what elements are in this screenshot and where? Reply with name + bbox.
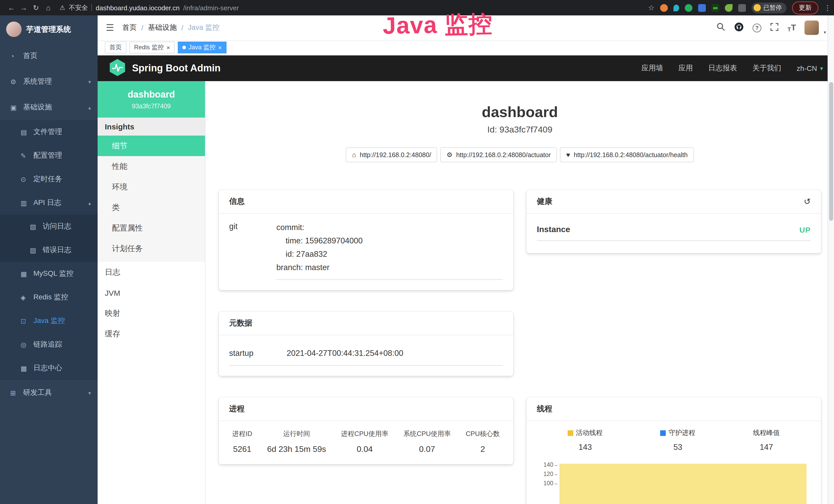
- browser-menu-icon[interactable]: ⋮: [824, 4, 829, 12]
- page-scrollbar[interactable]: [828, 16, 834, 504]
- tools-icon: ⊞: [10, 389, 21, 397]
- sba-item-classes[interactable]: 类: [97, 197, 205, 218]
- sidebar-item-mysql-monitor[interactable]: ▦ MySQL 监控: [0, 262, 97, 285]
- user-avatar[interactable]: [805, 21, 819, 35]
- sidebar-item-home[interactable]: ◔ 首页: [0, 43, 97, 69]
- extension-icon-4[interactable]: [698, 4, 706, 12]
- sba-nav-journal[interactable]: 日志报表: [708, 64, 737, 73]
- process-col-cores: CPU核心数 2: [466, 429, 500, 454]
- tab-java-monitor[interactable]: Java 监控 ×: [178, 42, 226, 53]
- sba-insights-section: Insights 细节 性能 环境 类 配置属性 计划任务: [97, 118, 205, 262]
- sba-language-select[interactable]: zh-CN ▾: [797, 64, 823, 72]
- tab-close-icon[interactable]: ×: [167, 44, 170, 51]
- help-icon[interactable]: ?: [752, 23, 761, 32]
- live-threads-area: [559, 464, 807, 504]
- sidebar-item-file-manage[interactable]: ▤ 文件管理: [0, 120, 97, 144]
- spring-boot-admin: Spring Boot Admin 应用墙 应用 日志报表 关于我们 zh-CN…: [97, 55, 834, 504]
- sidebar-item-label: 定时任务: [34, 175, 62, 184]
- sidebar-item-label: Java 监控: [34, 316, 65, 325]
- reload-button[interactable]: ↻: [30, 4, 42, 12]
- extension-icon-6[interactable]: [725, 4, 732, 12]
- breadcrumb-infrastructure[interactable]: 基础设施: [148, 23, 177, 32]
- avatar-caret-icon[interactable]: ▾: [824, 30, 826, 35]
- health-card: 健康 ↺ Instance UP: [527, 190, 821, 253]
- wrench-icon: ⚙: [447, 151, 453, 159]
- scrollbar-thumb[interactable]: [829, 82, 833, 221]
- sidebar-item-access-log[interactable]: ▧ 访问日志: [0, 215, 97, 238]
- service-url-link[interactable]: ⌂ http://192.168.0.2:48080/: [346, 147, 437, 162]
- fullscreen-icon[interactable]: [770, 22, 779, 33]
- tab-close-icon[interactable]: ×: [218, 44, 222, 51]
- tags-view-bar: 首页 Redis 监控 × Java 监控 ×: [97, 40, 834, 55]
- sidebar-item-label: 配置管理: [34, 151, 62, 160]
- sba-nav-about[interactable]: 关于我们: [752, 64, 781, 73]
- error-log-icon: ▨: [30, 246, 40, 254]
- extension-icon-7[interactable]: [738, 4, 746, 12]
- extension-icon-on[interactable]: on: [711, 4, 719, 12]
- url-domain: dashboard.yudao.iocoder.cn: [96, 4, 180, 12]
- forward-button[interactable]: →: [18, 4, 30, 12]
- gear-icon: ⚙: [10, 78, 21, 86]
- tab-label: Redis 监控: [134, 43, 164, 52]
- sba-item-mappings[interactable]: 映射: [97, 303, 205, 323]
- hamburger-button[interactable]: ☰: [106, 22, 114, 33]
- sba-item-caches[interactable]: 缓存: [97, 323, 205, 344]
- heart-icon: ♥: [566, 151, 570, 159]
- home-button[interactable]: ⌂: [42, 4, 54, 12]
- status-badge: UP: [799, 225, 811, 234]
- sidebar-item-label: 链路追踪: [34, 340, 62, 349]
- tab-redis-monitor[interactable]: Redis 监控 ×: [129, 42, 175, 53]
- metadata-card: 元数据 startup 2021-04-27T00:44:31.254+08:0…: [219, 312, 513, 376]
- extension-icon-2[interactable]: [674, 4, 679, 11]
- sba-brand-title[interactable]: Spring Boot Admin: [132, 63, 221, 74]
- sba-item-scheduled-tasks[interactable]: 计划任务: [97, 238, 205, 259]
- home-icon: ⌂: [352, 151, 356, 159]
- extension-icon-3[interactable]: [685, 4, 693, 12]
- tab-home[interactable]: 首页: [105, 42, 126, 53]
- sidebar-item-redis-monitor[interactable]: ◈ Redis 监控: [0, 285, 97, 309]
- sidebar-item-infrastructure[interactable]: ▣ 基础设施 ▴: [0, 94, 97, 120]
- extension-icon-1[interactable]: [660, 4, 668, 12]
- sidebar-item-java-monitor[interactable]: ⊡ Java 监控: [0, 309, 97, 333]
- url-path: /infra/admin-server: [183, 4, 239, 12]
- sba-nav-wallboard[interactable]: 应用墙: [642, 64, 663, 73]
- brand[interactable]: 芋道管理系统: [0, 16, 97, 43]
- sidebar-item-api-log[interactable]: ▥ API 日志 ▴: [0, 191, 97, 215]
- sidebar-item-error-log[interactable]: ▨ 错误日志: [0, 238, 97, 262]
- health-url-link[interactable]: ♥ http://192.168.0.2:48080/actuator/heal…: [560, 147, 694, 162]
- legend-swatch-blue: [660, 430, 666, 436]
- back-button[interactable]: ←: [5, 4, 18, 12]
- breadcrumb-home[interactable]: 首页: [122, 23, 137, 32]
- sidebar-item-label: 访问日志: [43, 222, 71, 231]
- redis-icon: ◈: [21, 294, 31, 301]
- profile-paused-chip[interactable]: 已暂停: [751, 2, 787, 13]
- sidebar-item-trace[interactable]: ◎ 链路追踪: [0, 333, 97, 357]
- security-label: 不安全: [69, 3, 88, 12]
- search-icon[interactable]: [716, 22, 725, 33]
- sidebar-item-log-center[interactable]: ▩ 日志中心: [0, 357, 97, 380]
- sidebar-item-cron-job[interactable]: ⊙ 定时任务: [0, 167, 97, 191]
- sba-item-jvm[interactable]: JVM: [97, 282, 205, 303]
- bookmark-star-icon[interactable]: ☆: [648, 4, 655, 12]
- chrome-update-button[interactable]: 更新: [792, 1, 818, 14]
- sba-nav-applications[interactable]: 应用: [679, 64, 693, 73]
- security-warning-icon[interactable]: ⚠: [60, 4, 65, 11]
- actuator-url-link[interactable]: ⚙ http://192.168.0.2:48080/actuator: [440, 147, 557, 162]
- github-icon[interactable]: [734, 22, 744, 33]
- sidebar-item-devtools[interactable]: ⊞ 研发工具 ▾: [0, 380, 97, 406]
- sidebar-item-system-manage[interactable]: ⚙ 系统管理 ▾: [0, 69, 97, 94]
- sba-instance-name: dashboard: [102, 89, 201, 100]
- process-col-syscpu: 系统CPU使用率 0.07: [403, 429, 451, 454]
- sba-item-details[interactable]: 细节: [97, 136, 205, 156]
- sba-instance-header[interactable]: dashboard 93a3fc7f7409: [97, 81, 205, 118]
- font-size-icon[interactable]: TT: [788, 23, 796, 32]
- history-refresh-icon[interactable]: ↺: [804, 197, 811, 206]
- address-bar[interactable]: ⚠ 不安全 dashboard.yudao.iocoder.cn /infra/…: [60, 3, 239, 12]
- sba-item-logs[interactable]: 日志: [97, 262, 205, 282]
- sidebar-item-config-manage[interactable]: ✎ 配置管理: [0, 144, 97, 167]
- sba-sidebar: dashboard 93a3fc7f7409 Insights 细节 性能 环境…: [97, 81, 205, 504]
- sba-item-config-props[interactable]: 配置属性: [97, 218, 205, 238]
- sba-item-performance[interactable]: 性能: [97, 156, 205, 177]
- sba-item-environment[interactable]: 环境: [97, 177, 205, 197]
- sba-navbar: Spring Boot Admin 应用墙 应用 日志报表 关于我们 zh-CN…: [97, 55, 834, 81]
